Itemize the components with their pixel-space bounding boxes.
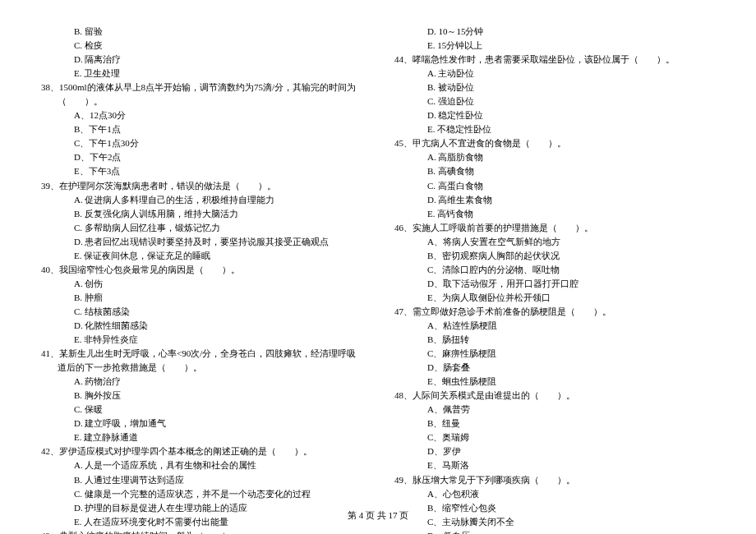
left-column: B. 留验 C. 检疫 D. 隔离治疗 E. 卫生处理 38、1500ml的液体… [41, 25, 362, 501]
option-item: A、佩普劳 [394, 403, 715, 417]
option-item: C. 高蛋白食物 [394, 179, 715, 193]
page-footer: 第 4 页 共 17 页 [0, 509, 756, 522]
option-item: D. 患者回忆出现错误时要坚持及时，要坚持说服其接受正确观点 [41, 235, 362, 249]
question-45: 45、甲亢病人不宜进食的食物是（ ）。 [394, 136, 715, 150]
option-item: B. 高碘食物 [394, 164, 715, 178]
page-content: B. 留验 C. 检疫 D. 隔离治疗 E. 卫生处理 38、1500ml的液体… [41, 25, 715, 501]
option-item: E、蛔虫性肠梗阻 [394, 375, 715, 389]
option-item: E. 卫生处理 [41, 67, 362, 81]
right-column: D. 10～15分钟 E. 15分钟以上 44、哮喘急性发作时，患者需要采取端坐… [394, 25, 715, 501]
option-item: A. 促进病人多料理自己的生活，积极维持自理能力 [41, 193, 362, 207]
option-item: E、马斯洛 [394, 458, 715, 472]
question-40: 40、我国缩窄性心包炎最常见的病因是（ ）。 [41, 263, 362, 277]
option-item: C. 强迫卧位 [394, 94, 715, 108]
option-item: B、纽曼 [394, 417, 715, 430]
question-38: 38、1500ml的液体从早上8点半开始输，调节滴数约为75滴/分，其输完的时间… [41, 81, 362, 108]
question-47: 47、需立即做好急诊手术前准备的肠梗阻是（ ）。 [394, 305, 715, 319]
question-48: 48、人际间关系模式是由谁提出的（ ）。 [394, 389, 715, 403]
option-item: A、心包积液 [394, 487, 715, 501]
option-item: C. 保暖 [41, 403, 362, 417]
question-41: 41、某新生儿出生时无呼吸，心率<90次/分，全身苍白，四肢瘫软，经清理呼吸道后… [41, 347, 362, 375]
option-item: A. 主动卧位 [394, 67, 715, 81]
option-item: A、将病人安置在空气新鲜的地方 [394, 235, 715, 249]
question-43: 43、典型心绞痛的胸痛持续时间一般为（ ）。 [41, 529, 362, 534]
option-item: C、麻痹性肠梗阻 [394, 347, 715, 361]
option-item: D. 隔离治疗 [41, 53, 362, 67]
option-item: D. 化脓性细菌感染 [41, 319, 362, 333]
option-item: E. 非特异性炎症 [41, 333, 362, 347]
option-item: A. 创伤 [41, 277, 362, 291]
option-item: A、粘连性肠梗阻 [394, 319, 715, 333]
option-item: B. 肿瘤 [41, 291, 362, 305]
option-item: B、密切观察病人胸部的起伏状况 [394, 249, 715, 263]
option-item: D. 高维生素食物 [394, 193, 715, 207]
option-item: E、下午3点 [41, 164, 362, 178]
option-item: D、罗伊 [394, 444, 715, 458]
option-item: D、取下活动假牙，用开口器打开口腔 [394, 277, 715, 291]
question-49: 49、脉压增大常见于下列哪项疾病（ ）。 [394, 473, 715, 487]
option-item: D. 稳定性卧位 [394, 108, 715, 122]
option-item: E. 高钙食物 [394, 207, 715, 221]
option-item: B. 人通过生理调节达到适应 [41, 473, 362, 487]
option-item: C. 检疫 [41, 39, 362, 53]
option-item: B、肠扭转 [394, 333, 715, 347]
question-46: 46、实施人工呼吸前首要的护理措施是（ ）。 [394, 221, 715, 235]
question-42: 42、罗伊适应模式对护理学四个基本概念的阐述正确的是（ ）。 [41, 444, 362, 458]
option-item: B、下午1点 [41, 122, 362, 136]
option-item: D. 10～15分钟 [394, 25, 715, 39]
option-item: B. 留验 [41, 25, 362, 39]
option-item: A. 人是一个适应系统，具有生物和社会的属性 [41, 458, 362, 472]
option-item: B. 被动卧位 [394, 81, 715, 94]
option-item: C. 健康是一个完整的适应状态，并不是一个动态变化的过程 [41, 487, 362, 501]
question-39: 39、在护理阿尔茨海默病患者时，错误的做法是（ ）。 [41, 179, 362, 193]
option-item: A、12点30分 [41, 108, 362, 122]
option-item: C. 结核菌感染 [41, 305, 362, 319]
question-44: 44、哮喘急性发作时，患者需要采取端坐卧位，该卧位属于（ ）。 [394, 53, 715, 67]
option-item: C、下午1点30分 [41, 136, 362, 150]
option-item: E. 保证夜间休息，保证充足的睡眠 [41, 249, 362, 263]
option-item: B. 胸外按压 [41, 389, 362, 403]
option-item: E、为病人取侧卧位并松开领口 [394, 291, 715, 305]
option-item: A. 药物治疗 [41, 375, 362, 389]
option-item: D. 建立呼吸，增加通气 [41, 417, 362, 430]
option-item: E. 建立静脉通道 [41, 430, 362, 444]
option-item: C. 多帮助病人回忆往事，锻炼记忆力 [41, 221, 362, 235]
option-item: D、下午2点 [41, 150, 362, 164]
option-item: D、肠套叠 [394, 361, 715, 375]
option-item: D、低血压 [394, 529, 715, 534]
option-item: C、清除口腔内的分泌物、呕吐物 [394, 263, 715, 277]
option-item: B. 反复强化病人训练用脑，维持大脑活力 [41, 207, 362, 221]
option-item: E. 15分钟以上 [394, 39, 715, 53]
option-item: A. 高脂肪食物 [394, 150, 715, 164]
option-item: E. 不稳定性卧位 [394, 122, 715, 136]
option-item: C、奥瑞姆 [394, 430, 715, 444]
